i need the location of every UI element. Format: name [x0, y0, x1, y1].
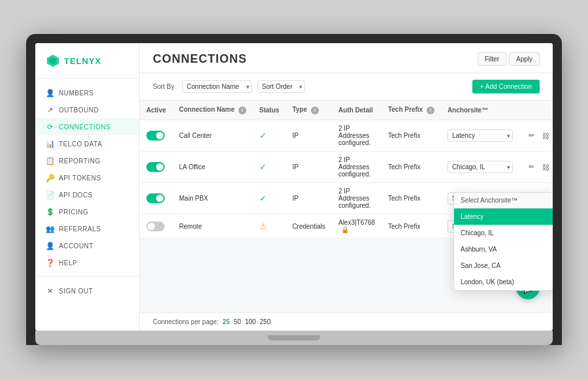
sidebar-item-numbers[interactable]: 👤 NUMBERS: [35, 84, 139, 101]
sidebar-item-api-docs[interactable]: 📄 API DOCS: [35, 186, 139, 203]
page-title: CONNECTIONS: [153, 52, 247, 66]
add-connection-button[interactable]: + Add Connection: [472, 80, 540, 93]
sidebar-item-api-tokens[interactable]: 🔑 API TOKENS: [35, 169, 139, 186]
row1-auth: 2 IP Addresses configured.: [332, 120, 382, 152]
row1-active: [140, 120, 172, 152]
main-content: CONNECTIONS Filter Apply Sort By Connect…: [140, 43, 553, 331]
row1-link-icon[interactable]: ⛓: [540, 130, 552, 142]
col-actions: [519, 101, 553, 120]
table-row: LA Office ✓ IP 2 IP Addresses configured…: [140, 152, 553, 183]
row3-name: Main PBX: [172, 183, 253, 214]
dropdown-option-san-jose[interactable]: San Jose, CA: [454, 257, 553, 274]
sort-order-select[interactable]: Sort Order: [257, 80, 305, 93]
col-status: Status: [253, 101, 286, 120]
type-info-icon[interactable]: i: [311, 107, 319, 114]
sort-by-wrapper[interactable]: Connection Name: [182, 80, 252, 93]
account-icon: 👤: [46, 241, 55, 250]
col-tech-prefix: Tech Prefix i: [382, 101, 441, 120]
row2-active: [140, 152, 172, 183]
dropdown-header: Select Anchorsite™: [454, 193, 553, 208]
sign-out-icon: ✕: [46, 286, 55, 295]
sidebar-divider: [35, 276, 139, 277]
row1-anchorsite: Latency Chicago, IL Ashburn, VA San Jose…: [441, 120, 519, 152]
row3-toggle[interactable]: [146, 193, 165, 203]
dropdown-option-latency[interactable]: Latency: [454, 208, 553, 225]
row2-anchorsite: Latency Chicago, IL Ashburn, VA San Jose…: [441, 152, 519, 183]
sidebar: TELNYX 👤 NUMBERS ↗ OUTBOUND ⟳ CONNECTION…: [35, 43, 140, 331]
api-tokens-icon: 🔑: [46, 173, 55, 182]
sidebar-item-outbound[interactable]: ↗ OUTBOUND: [35, 101, 139, 118]
logo: TELNYX: [35, 54, 139, 79]
page-250[interactable]: 250: [260, 318, 271, 325]
sidebar-item-pricing[interactable]: 💲 PRICING: [35, 203, 139, 220]
sidebar-item-connections[interactable]: ⟳ CONNECTIONS: [35, 118, 139, 135]
row2-actions: ✏ ⛓ ⊕ 🗑: [519, 152, 553, 183]
laptop-notch: [268, 335, 320, 340]
sidebar-item-reporting[interactable]: 📋 REPORTING: [35, 152, 139, 169]
table-row: Call Center ✓ IP 2 IP Addresses configur…: [140, 120, 553, 152]
sort-order-wrapper[interactable]: Sort Order: [257, 80, 305, 93]
col-name: Connection Name i: [172, 101, 253, 120]
apply-button[interactable]: Apply: [509, 52, 540, 66]
row4-status: ⚠: [253, 214, 286, 239]
row2-edit-icon[interactable]: ✏: [526, 161, 538, 173]
pagination-label: Connections per page:: [153, 318, 219, 325]
row4-tech-prefix: Tech Prefix: [382, 214, 441, 239]
row4-type: Credentials: [286, 214, 332, 239]
connections-icon: ⟳: [46, 122, 55, 131]
row1-anchorsite-wrapper[interactable]: Latency Chicago, IL Ashburn, VA San Jose…: [448, 129, 513, 142]
row1-tech-prefix: Tech Prefix: [382, 120, 441, 152]
lock-icon: 🔒: [341, 226, 349, 233]
toolbar: Sort By Connection Name Sort Order + Add…: [140, 73, 553, 101]
referrals-icon: 👥: [46, 224, 55, 233]
row3-auth: 2 IP Addresses configured.: [332, 183, 382, 214]
row1-anchorsite-select[interactable]: Latency Chicago, IL Ashburn, VA San Jose…: [448, 129, 513, 142]
dropdown-option-london[interactable]: London, UK (beta): [454, 274, 553, 290]
dropdown-option-ashburn[interactable]: Ashburn, VA: [454, 241, 553, 257]
tech-prefix-info-icon[interactable]: i: [427, 107, 434, 114]
row3-active: [140, 183, 172, 214]
col-auth: Auth Detail: [332, 101, 382, 120]
row1-toggle[interactable]: [146, 131, 165, 140]
row1-type: IP: [286, 120, 332, 152]
row2-anchorsite-wrapper[interactable]: Latency Chicago, IL Ashburn, VA San Jose…: [448, 161, 513, 173]
telco-icon: 📊: [46, 139, 55, 148]
filter-button[interactable]: Filter: [478, 52, 506, 66]
row1-status: ✓: [253, 120, 286, 152]
page-100[interactable]: 100: [245, 318, 256, 325]
api-docs-icon: 📄: [46, 190, 55, 199]
row2-toggle[interactable]: [146, 162, 165, 172]
page-50[interactable]: 50: [234, 318, 241, 325]
help-icon: ❓: [46, 258, 55, 267]
row2-anchorsite-select[interactable]: Latency Chicago, IL Ashburn, VA San Jose…: [448, 161, 513, 173]
col-anchorsite: Anchorsite™: [441, 101, 519, 120]
row2-status: ✓: [253, 152, 286, 183]
row3-status: ✓: [253, 183, 286, 214]
name-info-icon[interactable]: i: [238, 107, 246, 114]
table-header-row: Active Connection Name i Status Type i A…: [140, 101, 553, 120]
dropdown-option-chicago[interactable]: Chicago, IL: [454, 225, 553, 241]
reporting-icon: 📋: [46, 156, 55, 165]
filter-group: Filter Apply: [478, 52, 540, 66]
row2-action-icons: ✏ ⛓ ⊕ 🗑: [526, 161, 553, 173]
logo-text: TELNYX: [64, 56, 101, 66]
sidebar-item-referrals[interactable]: 👥 REFERRALS: [35, 220, 139, 237]
pagination: Connections per page: 25 50 100 250: [140, 312, 553, 331]
row3-status-icon: ✓: [259, 193, 267, 203]
col-type: Type i: [286, 101, 332, 120]
numbers-icon: 👤: [46, 88, 55, 97]
row4-status-icon: ⚠: [259, 222, 267, 231]
sidebar-item-account[interactable]: 👤 ACCOUNT: [35, 237, 139, 254]
row2-link-icon[interactable]: ⛓: [540, 161, 552, 173]
page-25[interactable]: 25: [223, 318, 230, 325]
row3-tech-prefix: Tech Prefix: [382, 183, 441, 214]
outbound-icon: ↗: [46, 105, 55, 114]
row1-status-icon: ✓: [259, 131, 267, 140]
row4-toggle[interactable]: [146, 222, 165, 231]
sidebar-item-telco-data[interactable]: 📊 TELCO DATA: [35, 135, 139, 152]
sort-by-select[interactable]: Connection Name: [182, 80, 252, 93]
sidebar-item-help[interactable]: ❓ HELP: [35, 254, 139, 271]
sidebar-item-sign-out[interactable]: ✕ SIGN OUT: [35, 282, 139, 299]
row4-active: [140, 214, 172, 239]
row1-edit-icon[interactable]: ✏: [526, 130, 538, 142]
